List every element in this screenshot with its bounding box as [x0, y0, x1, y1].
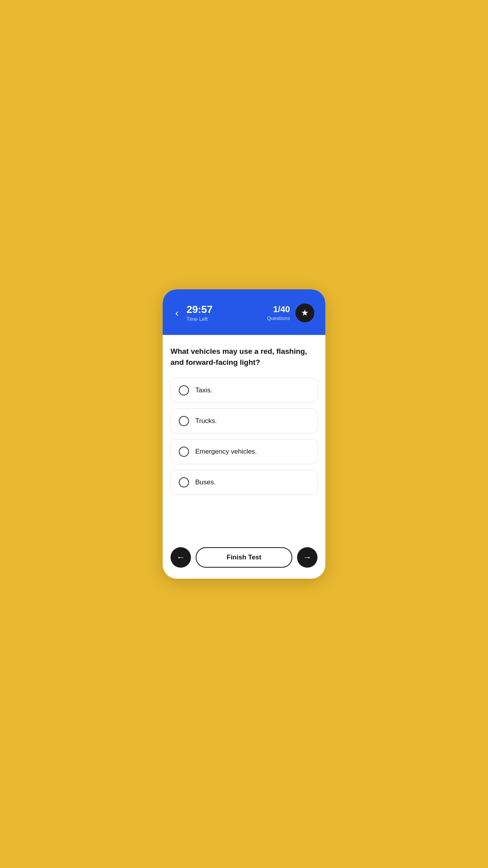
radio-buses [179, 477, 189, 487]
back-header-button[interactable]: ‹ [174, 305, 180, 321]
phone-container: ‹ 29:57 Time Left 1/40 Questions ★ What … [163, 289, 325, 579]
header-left: ‹ 29:57 Time Left [174, 304, 213, 322]
header: ‹ 29:57 Time Left 1/40 Questions ★ [163, 289, 325, 335]
prev-icon: ← [176, 552, 185, 563]
star-button[interactable]: ★ [295, 303, 314, 322]
back-header-icon: ‹ [175, 307, 179, 319]
timer-block: 29:57 Time Left [187, 304, 213, 322]
radio-taxis [179, 385, 189, 395]
options-list: Taxis. Trucks. Emergency vehicles. Buses… [171, 378, 317, 534]
header-right: 1/40 Questions ★ [267, 303, 314, 322]
option-buses[interactable]: Buses. [171, 470, 317, 495]
finish-test-label: Finish Test [227, 554, 261, 561]
questions-label: Questions [267, 315, 290, 321]
option-trucks-label: Trucks. [195, 417, 217, 425]
option-buses-label: Buses. [195, 478, 216, 486]
next-button[interactable]: → [297, 547, 317, 568]
radio-emergency [179, 447, 189, 457]
timer-label: Time Left [187, 316, 213, 322]
star-icon: ★ [301, 308, 309, 318]
questions-value: 1/40 [273, 305, 290, 314]
questions-block: 1/40 Questions [267, 305, 290, 321]
next-icon: → [303, 552, 312, 563]
question-text: What vehicles may use a red, flashing, a… [171, 346, 317, 368]
option-taxis[interactable]: Taxis. [171, 378, 317, 403]
option-taxis-label: Taxis. [195, 386, 212, 394]
option-emergency-label: Emergency vehicles. [195, 448, 257, 456]
timer-value: 29:57 [187, 304, 213, 315]
radio-trucks [179, 416, 189, 426]
option-trucks[interactable]: Trucks. [171, 408, 317, 434]
finish-test-button[interactable]: Finish Test [196, 547, 292, 568]
footer: ← Finish Test → [163, 540, 325, 579]
prev-button[interactable]: ← [171, 547, 191, 568]
content: What vehicles may use a red, flashing, a… [163, 335, 325, 540]
option-emergency-vehicles[interactable]: Emergency vehicles. [171, 439, 317, 464]
